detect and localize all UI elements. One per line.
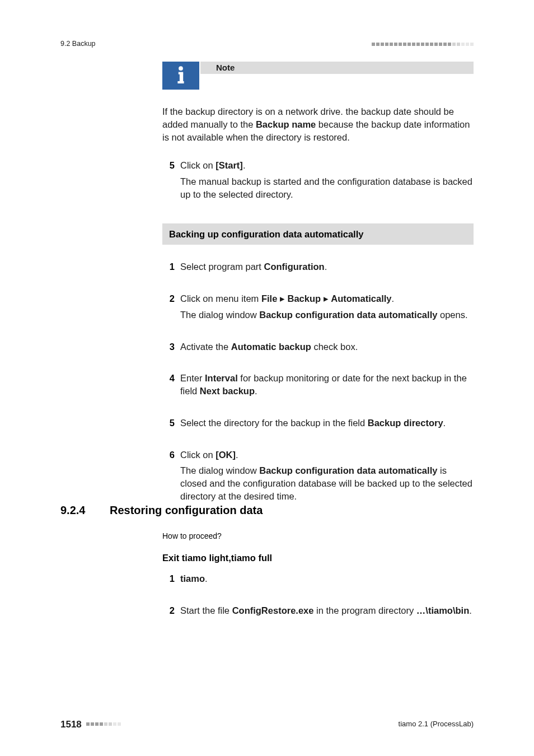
page-number: 1518 <box>60 718 82 731</box>
menu-sep: ▸ <box>321 293 331 304</box>
step-text: Enter <box>180 373 205 383</box>
step-text-post: . <box>469 605 472 615</box>
auto-step-2: 2 Click on menu item File ▸ Backup ▸ Aut… <box>162 292 474 325</box>
auto-step-4: 4 Enter Interval for backup monitoring o… <box>162 372 474 401</box>
step-text-mid: in the program directory <box>313 605 416 615</box>
step-text-post: . <box>443 418 446 428</box>
step-number: 3 <box>162 340 180 353</box>
step-text: Select program part <box>180 262 264 272</box>
step-text-post: . <box>325 262 327 272</box>
step-bold: Configuration <box>264 262 324 272</box>
page: 9.2 Backup <box>0 0 534 756</box>
page-footer: 1518 tiamo 2.1 (ProcessLab) <box>60 718 474 731</box>
step-text: Select the directory for the backup in t… <box>180 418 368 428</box>
info-icon <box>162 62 199 90</box>
step-bold: Automatically <box>331 293 391 304</box>
step-sub-pre: The dialog window <box>180 465 259 475</box>
step-bold: …\tiamo\bin <box>416 605 469 615</box>
note-block: Note If the backup directory is on a net… <box>162 62 474 143</box>
step-text: Click on <box>180 160 216 170</box>
step-bold: [OK] <box>216 450 236 460</box>
step-bold: tiamo <box>180 573 205 584</box>
header-section: 9.2 Backup <box>60 39 96 49</box>
step-bold: [Start] <box>216 160 243 170</box>
step-text-post: . <box>391 293 394 304</box>
step-text-post: check box. <box>311 342 358 352</box>
section-924-body: How to proceed? Exit tiamo light,tiamo f… <box>162 526 474 620</box>
step-text: Click on menu item <box>180 293 261 304</box>
footer-squares-icon <box>86 722 121 726</box>
svg-point-0 <box>179 66 183 71</box>
step-bold: ConfigRestore.exe <box>232 605 314 615</box>
step-text-post: . <box>236 450 238 460</box>
auto-step-1: 1 Select program part Configuration. <box>162 260 474 277</box>
auto-step-6: 6 Click on [OK]. The dialog window Backu… <box>162 449 474 506</box>
step-text: Activate the <box>180 342 231 352</box>
step-5-manual: 5 Click on [Start]. The manual backup is… <box>162 159 474 204</box>
step-bold: Interval <box>205 373 238 383</box>
svg-rect-3 <box>177 81 184 83</box>
page-header: 9.2 Backup <box>60 39 474 49</box>
heading-title: Restoring configuration data <box>110 503 263 519</box>
note-bold: Backup name <box>256 119 316 129</box>
step-bold: File <box>261 293 277 304</box>
main-content: Note If the backup directory is on a net… <box>162 62 474 506</box>
step-text: Click on <box>180 450 216 460</box>
step-text-post: . <box>243 160 246 170</box>
step-sub-bold: Backup configuration data automatically <box>259 465 437 475</box>
header-squares-icon <box>372 43 474 46</box>
step-bold: Backup <box>288 293 321 304</box>
subheading-auto-backup: Backing up configuration data automatica… <box>162 223 474 245</box>
auto-step-3: 3 Activate the Automatic backup check bo… <box>162 340 474 357</box>
step-text-post: . <box>255 386 257 396</box>
step-bold: Next backup <box>200 386 255 396</box>
step-text-post: . <box>205 573 208 584</box>
note-body: If the backup directory is on a network … <box>162 105 474 143</box>
step-number: 5 <box>162 159 180 172</box>
step-sub-pre: The dialog window <box>180 310 259 320</box>
step-number: 2 <box>162 604 180 617</box>
step-bold: Backup directory <box>368 418 443 428</box>
menu-sep: ▸ <box>277 293 287 304</box>
step-number: 1 <box>162 572 180 585</box>
step-sub-bold: Backup configuration data automatically <box>259 310 437 320</box>
heading-number: 9.2.4 <box>60 503 110 519</box>
subheading-exit-tiamo: Exit tiamo light,tiamo full <box>162 552 474 564</box>
step-number: 1 <box>162 260 180 273</box>
exit-step-1: 1 tiamo. <box>162 572 474 589</box>
step-text: Start the file <box>180 605 232 615</box>
auto-step-5: 5 Select the directory for the backup in… <box>162 417 474 433</box>
step-number: 4 <box>162 372 180 385</box>
heading-924: 9.2.4 Restoring configuration data <box>60 503 263 519</box>
step-number: 2 <box>162 292 180 305</box>
exit-step-2: 2 Start the file ConfigRestore.exe in th… <box>162 604 474 620</box>
step-sub-post: opens. <box>437 310 467 320</box>
step-sub: The manual backup is started and the con… <box>180 175 474 201</box>
step-number: 5 <box>162 417 180 430</box>
step-bold: Automatic backup <box>231 342 311 352</box>
footer-product: tiamo 2.1 (ProcessLab) <box>399 719 474 729</box>
step-number: 6 <box>162 449 180 461</box>
how-to-proceed: How to proceed? <box>162 531 474 542</box>
note-title: Note <box>200 62 474 74</box>
svg-rect-2 <box>180 74 183 82</box>
